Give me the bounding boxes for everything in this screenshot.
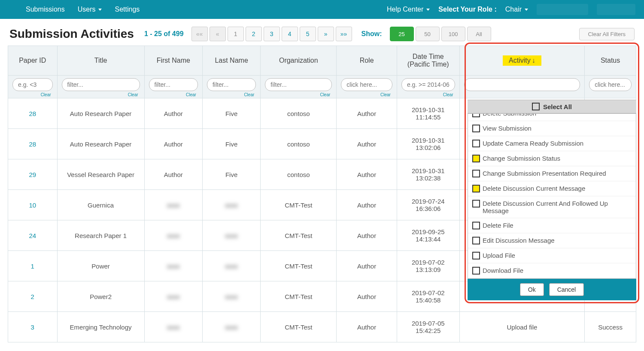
show-50[interactable]: 50 bbox=[416, 27, 440, 41]
activity-option-checkbox[interactable] bbox=[472, 200, 480, 208]
cell-paper-id[interactable]: 2 bbox=[8, 281, 58, 312]
activity-option[interactable]: Upload File bbox=[468, 248, 636, 263]
select-all-row[interactable]: Select All bbox=[468, 100, 636, 113]
activity-option[interactable]: Delete Discussion Current Message bbox=[468, 181, 636, 196]
nav-role-label: Select Your Role : bbox=[438, 6, 496, 13]
pager-prev[interactable]: « bbox=[210, 27, 226, 41]
filter-organization[interactable] bbox=[265, 78, 332, 91]
ok-button[interactable]: Ok bbox=[520, 283, 544, 296]
activity-option-checkbox[interactable] bbox=[472, 170, 480, 177]
activity-option[interactable]: Edit Discussion Message bbox=[468, 233, 636, 248]
cell-first-name: xxxx bbox=[144, 251, 202, 281]
activity-option[interactable]: Change Submission Status bbox=[468, 151, 636, 166]
nav-users[interactable]: Users bbox=[78, 6, 102, 13]
clear-filter-first-name[interactable]: Clear bbox=[149, 92, 198, 97]
cell-organization: CMT-Test bbox=[261, 251, 337, 281]
cell-first-name: xxxx bbox=[144, 312, 202, 342]
pager-page-3[interactable]: 3 bbox=[264, 27, 280, 41]
cell-last-name: Five bbox=[202, 129, 260, 159]
clear-filter-role[interactable]: Clear bbox=[341, 92, 392, 97]
activity-option-checkbox[interactable] bbox=[472, 222, 480, 229]
filter-title[interactable] bbox=[62, 78, 140, 91]
clear-filter-datetime[interactable]: Clear bbox=[401, 92, 455, 97]
activity-option-checkbox[interactable] bbox=[472, 267, 480, 275]
cell-role: Author bbox=[337, 159, 397, 190]
activity-option-checkbox[interactable] bbox=[472, 252, 480, 259]
activity-option-label: Edit Discussion Message bbox=[483, 237, 555, 244]
activity-option[interactable]: Change Submission Presentation Required bbox=[468, 166, 636, 181]
nav-help-label: Help Center bbox=[387, 6, 423, 13]
cell-paper-id[interactable]: 24 bbox=[8, 220, 58, 251]
pager-last[interactable]: »» bbox=[336, 27, 352, 41]
clear-filter-organization[interactable]: Clear bbox=[265, 92, 332, 97]
dropdown-footer: Ok Cancel bbox=[468, 279, 636, 300]
cell-paper-id[interactable]: 28 bbox=[8, 129, 58, 159]
clear-all-filters-button[interactable]: Clear All Filters bbox=[579, 28, 635, 40]
pager-page-4[interactable]: 4 bbox=[282, 27, 298, 41]
select-all-checkbox[interactable] bbox=[532, 103, 540, 110]
col-header-datetime[interactable]: Date Time (Pacific Time) bbox=[397, 46, 459, 76]
cell-last-name: xxxx bbox=[202, 251, 260, 281]
pager-page-2[interactable]: 2 bbox=[246, 27, 262, 41]
col-header-last-name[interactable]: Last Name bbox=[202, 46, 260, 76]
pager-page-1[interactable]: 1 bbox=[228, 27, 244, 41]
nav-settings[interactable]: Settings bbox=[115, 6, 140, 13]
col-header-title[interactable]: Title bbox=[57, 46, 144, 76]
pager-page-5[interactable]: 5 bbox=[300, 27, 316, 41]
cell-paper-id[interactable]: 10 bbox=[8, 190, 58, 220]
col-header-role[interactable]: Role bbox=[337, 46, 397, 76]
col-header-paper-id[interactable]: Paper ID bbox=[8, 46, 58, 76]
nav-submissions[interactable]: Submissions bbox=[26, 6, 65, 13]
filter-last-name[interactable] bbox=[207, 78, 256, 91]
activity-option[interactable]: View Submission bbox=[468, 121, 636, 136]
clear-filter-title[interactable]: Clear bbox=[62, 92, 140, 97]
activity-option[interactable]: Update Camera Ready Submission bbox=[468, 136, 636, 151]
activity-option-label: Delete Discussion Current Message bbox=[483, 185, 585, 192]
show-100[interactable]: 100 bbox=[441, 27, 465, 41]
cell-last-name: xxxx bbox=[202, 220, 260, 251]
activity-option[interactable]: Delete Discussion Current And Followed U… bbox=[468, 196, 636, 218]
activity-option-checkbox[interactable] bbox=[472, 155, 480, 162]
col-header-first-name[interactable]: First Name bbox=[144, 46, 202, 76]
show-all[interactable]: All bbox=[467, 27, 491, 41]
cancel-button[interactable]: Cancel bbox=[549, 283, 584, 296]
activity-filter-dropdown: Select All Delete SubmissionView Submiss… bbox=[465, 43, 639, 303]
show-25[interactable]: 25 bbox=[390, 27, 414, 41]
filter-paper-id[interactable] bbox=[12, 78, 53, 91]
cell-first-name: Author bbox=[144, 129, 202, 159]
cell-paper-id[interactable]: 28 bbox=[8, 98, 58, 129]
cell-paper-id[interactable]: 3 bbox=[8, 312, 58, 342]
activity-option-checkbox[interactable] bbox=[472, 185, 480, 192]
pager-info: 1 - 25 of 499 bbox=[144, 30, 184, 38]
activity-option-label: Delete File bbox=[483, 222, 513, 229]
cell-paper-id[interactable]: 1 bbox=[8, 251, 58, 281]
activity-option[interactable]: Delete File bbox=[468, 218, 636, 233]
pager-next[interactable]: » bbox=[318, 27, 334, 41]
activity-option[interactable]: Download File bbox=[468, 263, 636, 278]
cell-organization: contoso bbox=[261, 129, 337, 159]
col-header-organization[interactable]: Organization bbox=[261, 46, 337, 76]
select-all-label: Select All bbox=[543, 103, 572, 110]
activity-options-list[interactable]: Delete SubmissionView SubmissionUpdate C… bbox=[468, 113, 636, 279]
activity-option-checkbox[interactable] bbox=[472, 140, 480, 147]
cell-first-name: Author bbox=[144, 159, 202, 190]
filter-datetime[interactable] bbox=[401, 78, 455, 91]
activity-option-label: View Submission bbox=[483, 125, 532, 132]
activity-option-label: Upload File bbox=[483, 252, 515, 259]
activity-option-checkbox[interactable] bbox=[472, 237, 480, 244]
clear-filter-paper-id[interactable]: Clear bbox=[12, 92, 53, 97]
filter-first-name[interactable] bbox=[149, 78, 198, 91]
cell-role: Author bbox=[337, 190, 397, 220]
cell-first-name: xxxx bbox=[144, 281, 202, 312]
clear-filter-last-name[interactable]: Clear bbox=[207, 92, 256, 97]
nav-help-center[interactable]: Help Center bbox=[387, 6, 430, 13]
cell-first-name: Author bbox=[144, 98, 202, 129]
activity-option[interactable]: Delete Submission bbox=[468, 113, 636, 121]
pager-first[interactable]: «« bbox=[191, 27, 208, 41]
activity-option-checkbox[interactable] bbox=[472, 125, 480, 132]
nav-role-select[interactable]: Chair bbox=[505, 6, 528, 13]
cell-organization: contoso bbox=[261, 159, 337, 190]
activity-option-checkbox[interactable] bbox=[472, 113, 480, 117]
filter-role[interactable] bbox=[341, 78, 392, 91]
cell-paper-id[interactable]: 29 bbox=[8, 159, 58, 190]
